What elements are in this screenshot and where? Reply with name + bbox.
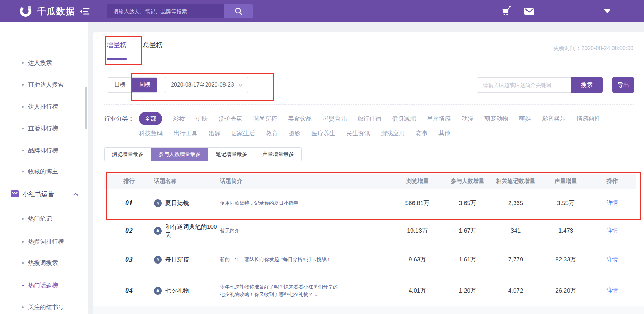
industry-pill[interactable]: 出行工具 [174,129,197,137]
industry-pill[interactable]: 教育 [266,129,278,137]
industry-pill[interactable]: 科技数码 [139,129,163,137]
sidebar-item-daren-search[interactable]: 达人搜索 [22,59,52,67]
bullet-icon [22,218,24,220]
sidebar-item-live-ranking[interactable]: 直播排行榜 [22,124,58,132]
sidebar-item-favorite-bloggers[interactable]: 收藏的博主 [22,167,58,176]
sidebar-item-hot-topics[interactable]: 热门话题榜 [22,281,58,289]
topic-search-button[interactable]: 搜索 [571,77,603,93]
date-range-select[interactable]: 2020-08-17至2020-08-23 [165,77,248,93]
sidebar-item-label: 收藏的博主 [28,168,58,176]
sidebar-item-label: 达人搜索 [28,59,52,67]
industry-filter: 行业分类： 全部 彩妆 护肤 洗护香氛 时尚穿搭 美食饮品 母婴育儿 旅行住宿 … [104,112,611,142]
rank-cell: 02 [104,227,154,235]
sidebar-item-brand-ranking[interactable]: 品牌排行榜 [22,146,58,155]
dashed-divider [104,104,634,105]
update-time: 更新时间：2020-08-24 08:00:00 [553,45,633,52]
chevron-down-icon [238,82,243,87]
industry-pill[interactable]: 护肤 [196,115,208,123]
industry-pill[interactable]: 情感两性 [577,115,601,123]
brand-logo[interactable]: 千瓜数据 [19,5,75,18]
menu-fold-icon[interactable] [80,7,90,15]
col-action: 操作 [589,178,636,185]
cart-icon[interactable] [501,6,511,16]
participants-cell: 1.20万 [447,287,489,295]
topic-search-input[interactable] [477,77,571,93]
industry-pill[interactable]: 星座情感 [427,115,451,123]
topic-name-text: 七夕礼物 [165,287,189,295]
hash-icon: # [154,256,162,264]
bullet-icon [22,306,24,308]
sidebar-scrollbar-thumb[interactable] [85,87,87,129]
industry-pill[interactable]: 母婴育儿 [323,115,347,123]
industry-pill[interactable]: 游戏应用 [381,129,405,137]
hash-icon: # [154,199,162,207]
industry-pill[interactable]: 动漫 [462,115,474,123]
header-divider [551,6,551,16]
daily-ranking-button[interactable]: 日榜 [107,78,132,92]
industry-pill[interactable]: 居家生活 [231,129,255,137]
bullet-icon [22,262,24,264]
industry-pill[interactable]: 影音娱乐 [542,115,566,123]
topic-name-cell[interactable]: # 夏日滤镜 [154,199,220,207]
bullet-icon [22,285,24,286]
global-search-input[interactable] [107,4,224,18]
detail-link[interactable]: 详情 [589,227,636,234]
sort-tab-notes-increment[interactable]: 笔记增量最多 [208,148,255,161]
detail-link[interactable]: 详情 [589,199,636,207]
notes-cell: 7,779 [489,256,543,263]
user-menu-caret-icon[interactable] [604,9,610,13]
industry-pill[interactable]: 美食饮品 [288,115,312,123]
sidebar-item-hot-search-ranking[interactable]: 热搜词排行榜 [22,237,64,246]
weekly-ranking-button[interactable]: 周榜 [132,78,157,92]
industry-pill[interactable]: 其他 [438,129,450,137]
industry-pill[interactable]: 赛事 [416,129,428,137]
industry-pill[interactable]: 萌宠动物 [484,115,508,123]
industry-pill[interactable]: 彩妆 [173,115,185,123]
sidebar-section-xiaohongshu-operations[interactable]: 小红书运营 [11,190,77,198]
update-time-label: 更新时间： [553,45,581,51]
sidebar-item-label: 热门笔记 [28,215,52,223]
tab-increment-ranking[interactable]: 增量榜 [107,41,127,50]
rank-cell: 01 [104,199,154,207]
sort-tab-volume-increment[interactable]: 声量增量最多 [255,148,301,161]
export-button[interactable]: 导出 [612,77,634,93]
global-search-button[interactable] [224,4,253,18]
industry-pill[interactable]: 摄影 [289,129,301,137]
sort-tab-views-increment[interactable]: 浏览增量最多 [105,148,151,161]
main-card: 增量榜 总量榜 更新时间：2020-08-24 08:00:00 日榜 周榜 2… [93,32,644,314]
ranking-tabs: 增量榜 总量榜 [107,41,163,50]
industry-pill[interactable]: 时尚穿搭 [253,115,277,123]
industry-pill[interactable]: 婚嫁 [208,129,220,137]
topics-table: 排行 话题名称 话题简介 浏览增量 参与人数增量 相关笔记数增量 声量增量 操作… [104,174,636,306]
topic-search-row: 搜索 导出 [477,77,634,93]
industry-pill[interactable]: 健身减肥 [392,115,416,123]
table-header-row: 排行 话题名称 话题简介 浏览增量 参与人数增量 相关笔记数增量 声量增量 操作 [104,174,636,189]
bullet-icon [22,128,24,129]
topic-name-cell[interactable]: # 七夕礼物 [154,287,220,295]
topic-name-cell[interactable]: # 每日穿搭 [154,255,220,264]
mail-icon[interactable] [524,7,535,15]
tab-total-ranking[interactable]: 总量榜 [143,41,163,50]
sidebar-item-followed-accounts[interactable]: 关注的红书号 [22,303,64,311]
sort-tab-participants-increment[interactable]: 参与人数增量最多 [151,148,208,161]
sidebar-item-hot-search[interactable]: 热搜词搜索 [22,259,58,267]
industry-pill[interactable]: 医疗养生 [311,129,335,137]
col-topic-name: 话题名称 [154,178,220,185]
volume-cell: 26.20万 [543,287,589,295]
industry-pill[interactable]: 旅行住宿 [357,115,381,123]
bullet-icon [22,84,24,86]
industry-pill[interactable]: 洗护香氛 [219,115,242,123]
sidebar-item-live-daren-search[interactable]: 直播达人搜索 [22,80,64,89]
sidebar-item-label: 热搜词搜索 [28,259,58,267]
detail-link[interactable]: 详情 [589,287,636,294]
industry-pill-all[interactable]: 全部 [139,112,162,125]
sidebar-item-hot-notes[interactable]: 热门笔记 [22,214,52,223]
date-range-value: 2020-08-17至2020-08-23 [171,81,234,89]
bullet-icon [22,171,24,172]
sidebar-item-daren-ranking[interactable]: 达人排行榜 [22,102,58,111]
topic-name-cell[interactable]: # 和有道词典笔的100天 [154,223,220,239]
period-filter-row: 日榜 周榜 2020-08-17至2020-08-23 [107,77,248,93]
detail-link[interactable]: 详情 [589,256,636,263]
industry-pill[interactable]: 民生资讯 [346,129,370,137]
industry-pill[interactable]: 萌娃 [519,115,531,123]
